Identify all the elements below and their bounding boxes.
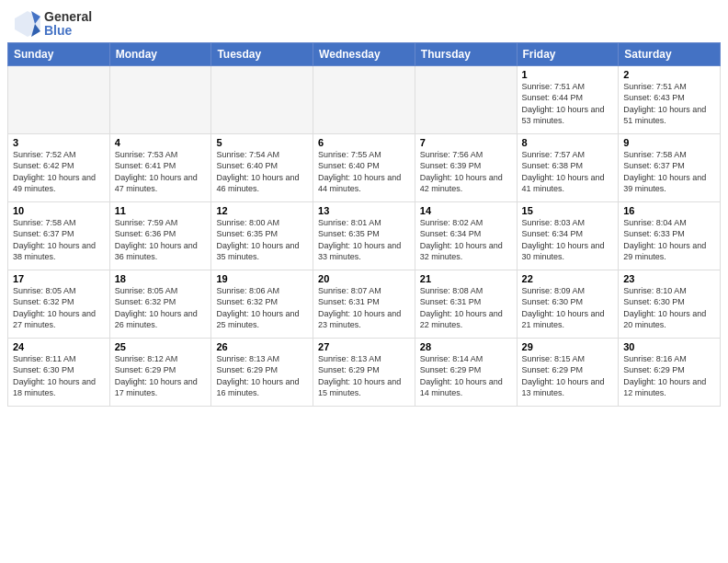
day-number-25: 25 [115, 341, 207, 352]
day-info-7: Sunrise: 7:56 AM Sunset: 6:39 PM Dayligh… [420, 149, 512, 195]
day-number-6: 6 [318, 137, 410, 148]
calendar-cell-w2-d2: 12Sunrise: 8:00 AM Sunset: 6:35 PM Dayli… [211, 202, 313, 270]
day-info-22: Sunrise: 8:09 AM Sunset: 6:30 PM Dayligh… [522, 285, 614, 331]
calendar-cell-w0-d0 [8, 66, 110, 134]
day-number-11: 11 [115, 205, 207, 216]
day-number-23: 23 [623, 273, 715, 284]
logo-flag-icon [13, 9, 42, 39]
calendar-week-3: 17Sunrise: 8:05 AM Sunset: 6:32 PM Dayli… [8, 270, 721, 339]
day-number-15: 15 [522, 205, 614, 216]
day-number-7: 7 [420, 137, 512, 148]
logo-general: General [44, 10, 92, 24]
day-info-27: Sunrise: 8:13 AM Sunset: 6:29 PM Dayligh… [318, 353, 410, 399]
calendar-header-row: SundayMondayTuesdayWednesdayThursdayFrid… [8, 43, 721, 66]
calendar-table: SundayMondayTuesdayWednesdayThursdayFrid… [7, 42, 721, 407]
day-number-4: 4 [115, 137, 207, 148]
calendar-cell-w4-d3: 27Sunrise: 8:13 AM Sunset: 6:29 PM Dayli… [313, 339, 415, 407]
day-number-28: 28 [420, 341, 512, 352]
calendar-cell-w3-d4: 21Sunrise: 8:08 AM Sunset: 6:31 PM Dayli… [415, 270, 517, 339]
day-info-1: Sunrise: 7:51 AM Sunset: 6:44 PM Dayligh… [522, 81, 614, 127]
day-number-12: 12 [216, 205, 308, 216]
day-info-14: Sunrise: 8:02 AM Sunset: 6:34 PM Dayligh… [420, 217, 512, 263]
header-thursday: Thursday [415, 43, 517, 66]
day-number-8: 8 [522, 137, 614, 148]
calendar-cell-w3-d3: 20Sunrise: 8:07 AM Sunset: 6:31 PM Dayli… [313, 270, 415, 339]
header-sunday: Sunday [8, 43, 110, 66]
calendar-cell-w0-d4 [415, 66, 517, 134]
calendar-cell-w2-d4: 14Sunrise: 8:02 AM Sunset: 6:34 PM Dayli… [415, 202, 517, 270]
day-number-18: 18 [115, 273, 207, 284]
calendar-cell-w0-d6: 2Sunrise: 7:51 AM Sunset: 6:43 PM Daylig… [619, 66, 721, 134]
day-number-24: 24 [13, 341, 105, 352]
logo-blue: Blue [44, 24, 92, 38]
day-info-4: Sunrise: 7:53 AM Sunset: 6:41 PM Dayligh… [115, 149, 207, 195]
day-number-27: 27 [318, 341, 410, 352]
calendar-week-1: 3Sunrise: 7:52 AM Sunset: 6:42 PM Daylig… [8, 134, 721, 202]
day-info-2: Sunrise: 7:51 AM Sunset: 6:43 PM Dayligh… [623, 81, 715, 127]
day-info-17: Sunrise: 8:05 AM Sunset: 6:32 PM Dayligh… [13, 285, 105, 331]
day-info-10: Sunrise: 7:58 AM Sunset: 6:37 PM Dayligh… [13, 217, 105, 263]
calendar-cell-w4-d5: 29Sunrise: 8:15 AM Sunset: 6:29 PM Dayli… [517, 339, 619, 407]
day-number-29: 29 [522, 341, 614, 352]
calendar-cell-w2-d0: 10Sunrise: 7:58 AM Sunset: 6:37 PM Dayli… [8, 202, 110, 270]
calendar-cell-w1-d1: 4Sunrise: 7:53 AM Sunset: 6:41 PM Daylig… [109, 134, 211, 202]
calendar-cell-w2-d5: 15Sunrise: 8:03 AM Sunset: 6:34 PM Dayli… [517, 202, 619, 270]
day-number-5: 5 [216, 137, 308, 148]
logo: General Blue [13, 9, 92, 39]
header-wednesday: Wednesday [313, 43, 415, 66]
day-info-24: Sunrise: 8:11 AM Sunset: 6:30 PM Dayligh… [13, 353, 105, 399]
calendar-cell-w0-d1 [109, 66, 211, 134]
calendar-cell-w3-d6: 23Sunrise: 8:10 AM Sunset: 6:30 PM Dayli… [619, 270, 721, 339]
day-info-13: Sunrise: 8:01 AM Sunset: 6:35 PM Dayligh… [318, 217, 410, 263]
calendar-cell-w3-d5: 22Sunrise: 8:09 AM Sunset: 6:30 PM Dayli… [517, 270, 619, 339]
day-info-25: Sunrise: 8:12 AM Sunset: 6:29 PM Dayligh… [115, 353, 207, 399]
day-number-21: 21 [420, 273, 512, 284]
day-info-3: Sunrise: 7:52 AM Sunset: 6:42 PM Dayligh… [13, 149, 105, 195]
day-info-6: Sunrise: 7:55 AM Sunset: 6:40 PM Dayligh… [318, 149, 410, 195]
calendar-cell-w0-d2 [211, 66, 313, 134]
day-number-22: 22 [522, 273, 614, 284]
header-friday: Friday [517, 43, 619, 66]
calendar-cell-w1-d2: 5Sunrise: 7:54 AM Sunset: 6:40 PM Daylig… [211, 134, 313, 202]
header-saturday: Saturday [619, 43, 721, 66]
day-info-12: Sunrise: 8:00 AM Sunset: 6:35 PM Dayligh… [216, 217, 308, 263]
header: General Blue [0, 0, 728, 42]
day-info-29: Sunrise: 8:15 AM Sunset: 6:29 PM Dayligh… [522, 353, 614, 399]
day-number-19: 19 [216, 273, 308, 284]
calendar-cell-w2-d3: 13Sunrise: 8:01 AM Sunset: 6:35 PM Dayli… [313, 202, 415, 270]
day-info-11: Sunrise: 7:59 AM Sunset: 6:36 PM Dayligh… [115, 217, 207, 263]
day-info-15: Sunrise: 8:03 AM Sunset: 6:34 PM Dayligh… [522, 217, 614, 263]
calendar-cell-w4-d4: 28Sunrise: 8:14 AM Sunset: 6:29 PM Dayli… [415, 339, 517, 407]
calendar-cell-w3-d0: 17Sunrise: 8:05 AM Sunset: 6:32 PM Dayli… [8, 270, 110, 339]
calendar-cell-w2-d1: 11Sunrise: 7:59 AM Sunset: 6:36 PM Dayli… [109, 202, 211, 270]
calendar-cell-w3-d2: 19Sunrise: 8:06 AM Sunset: 6:32 PM Dayli… [211, 270, 313, 339]
day-info-30: Sunrise: 8:16 AM Sunset: 6:29 PM Dayligh… [623, 353, 715, 399]
day-number-9: 9 [623, 137, 715, 148]
day-info-20: Sunrise: 8:07 AM Sunset: 6:31 PM Dayligh… [318, 285, 410, 331]
day-info-18: Sunrise: 8:05 AM Sunset: 6:32 PM Dayligh… [115, 285, 207, 331]
calendar-cell-w4-d0: 24Sunrise: 8:11 AM Sunset: 6:30 PM Dayli… [8, 339, 110, 407]
calendar-week-4: 24Sunrise: 8:11 AM Sunset: 6:30 PM Dayli… [8, 339, 721, 407]
calendar-week-0: 1Sunrise: 7:51 AM Sunset: 6:44 PM Daylig… [8, 66, 721, 134]
day-info-9: Sunrise: 7:58 AM Sunset: 6:37 PM Dayligh… [623, 149, 715, 195]
calendar-cell-w1-d0: 3Sunrise: 7:52 AM Sunset: 6:42 PM Daylig… [8, 134, 110, 202]
calendar-cell-w4-d2: 26Sunrise: 8:13 AM Sunset: 6:29 PM Dayli… [211, 339, 313, 407]
day-number-13: 13 [318, 205, 410, 216]
day-info-19: Sunrise: 8:06 AM Sunset: 6:32 PM Dayligh… [216, 285, 308, 331]
header-monday: Monday [109, 43, 211, 66]
day-info-26: Sunrise: 8:13 AM Sunset: 6:29 PM Dayligh… [216, 353, 308, 399]
day-number-1: 1 [522, 69, 614, 80]
day-number-14: 14 [420, 205, 512, 216]
day-number-3: 3 [13, 137, 105, 148]
calendar-cell-w1-d4: 7Sunrise: 7:56 AM Sunset: 6:39 PM Daylig… [415, 134, 517, 202]
day-number-17: 17 [13, 273, 105, 284]
calendar-cell-w2-d6: 16Sunrise: 8:04 AM Sunset: 6:33 PM Dayli… [619, 202, 721, 270]
day-info-21: Sunrise: 8:08 AM Sunset: 6:31 PM Dayligh… [420, 285, 512, 331]
calendar-cell-w4-d6: 30Sunrise: 8:16 AM Sunset: 6:29 PM Dayli… [619, 339, 721, 407]
calendar-cell-w1-d5: 8Sunrise: 7:57 AM Sunset: 6:38 PM Daylig… [517, 134, 619, 202]
day-info-8: Sunrise: 7:57 AM Sunset: 6:38 PM Dayligh… [522, 149, 614, 195]
calendar-cell-w4-d1: 25Sunrise: 8:12 AM Sunset: 6:29 PM Dayli… [109, 339, 211, 407]
calendar-week-2: 10Sunrise: 7:58 AM Sunset: 6:37 PM Dayli… [8, 202, 721, 270]
day-number-2: 2 [623, 69, 715, 80]
day-info-28: Sunrise: 8:14 AM Sunset: 6:29 PM Dayligh… [420, 353, 512, 399]
